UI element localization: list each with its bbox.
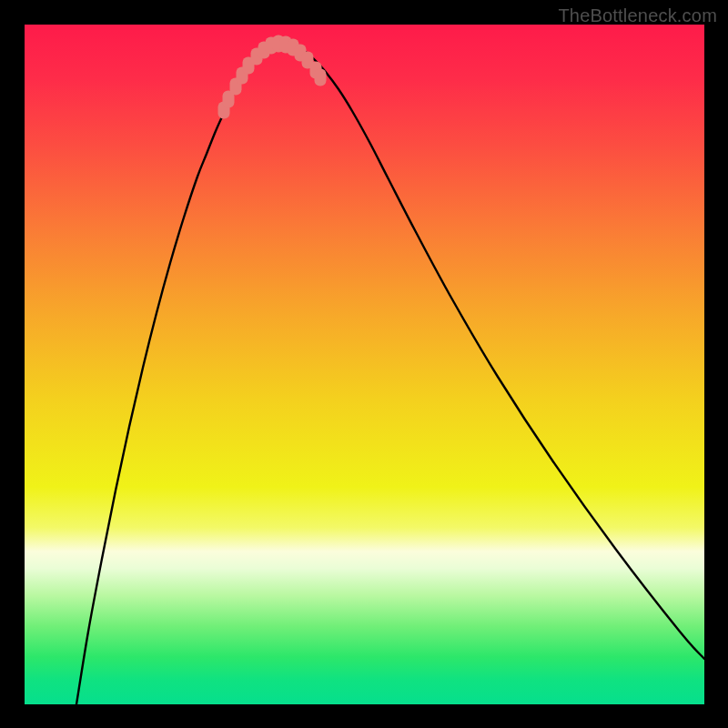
chart-svg [25,25,704,704]
chart-frame: TheBottleneck.com [0,0,728,728]
watermark-text: TheBottleneck.com [558,5,717,26]
marker-point [315,69,327,86]
gradient-background [25,25,704,704]
plot-area [25,25,704,704]
